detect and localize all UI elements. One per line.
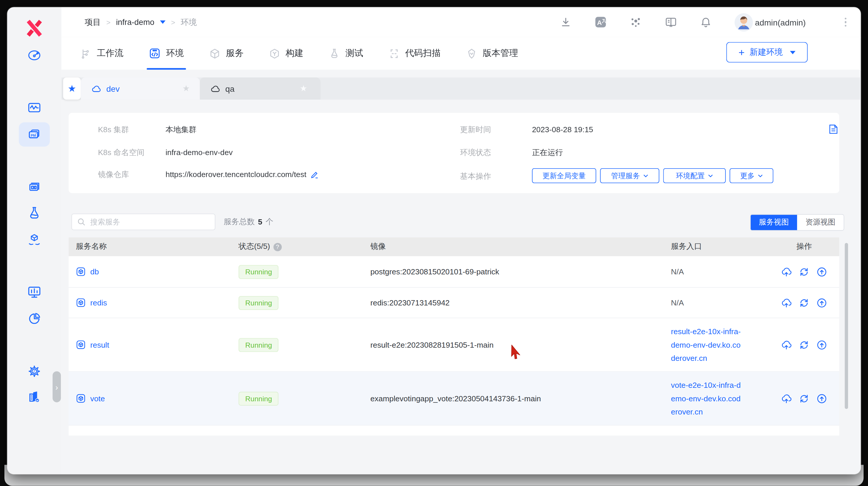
search-input[interactable] [89,217,202,227]
service-box-icon [76,340,86,350]
image-text: redis:20230713145942 [370,298,671,307]
service-entry-link[interactable]: vote-e2e-10x-infra-d emo-env-dev.ko.cod … [671,379,769,418]
delivery-windows-icon[interactable] [27,180,42,194]
environment-info-card: K8s 集群 本地集群 K8s 命名空间 infra-demo-env-dev … [69,113,839,193]
restart-sync-icon[interactable] [799,266,809,277]
data-dashboard-icon[interactable] [27,285,42,299]
deploy-cloud-upload-icon[interactable] [781,393,792,403]
star-icon[interactable]: ★ [300,84,307,94]
field-value: infra-demo-env-dev [165,148,232,157]
deploy-cloud-upload-icon[interactable] [781,266,792,277]
service-view-button[interactable]: 服务视图 [751,215,797,230]
chevron-down-icon [708,174,713,177]
upgrade-circle-up-icon[interactable] [816,393,827,403]
new-environment-button[interactable]: + 新建环境 [726,42,808,62]
star-icon[interactable]: ★ [182,84,190,94]
workflow-icon [80,48,92,59]
service-name-link[interactable]: result [90,340,110,349]
project-dropdown-caret-icon[interactable] [160,21,165,24]
service-entry-link[interactable]: result-e2e-10x-infra- demo-env-dev.ko.co… [671,325,769,365]
service-name-link[interactable]: redis [90,298,107,307]
resource-view-button[interactable]: 资源视图 [797,215,844,230]
favorite-env-button[interactable]: ★ [63,77,81,100]
manage-services-button[interactable]: 管理服务 [600,168,659,183]
upgrade-circle-up-icon[interactable] [816,339,827,350]
service-box-icon [76,267,86,277]
restart-sync-icon[interactable] [799,297,809,308]
field-value: 正在运行 [532,148,563,158]
enterprise-building-icon[interactable] [27,390,42,404]
service-name-link[interactable]: vote [90,394,105,403]
environment-content: ★ dev ★ qa ★ K8s 集群 本地集群 K8s 命名空间 [62,70,861,474]
share-nodes-icon[interactable] [630,17,642,28]
image-text: examplevotingapp_vote:20230504143736-1-m… [370,394,671,403]
service-box-icon [76,393,86,403]
insight-pie-icon[interactable] [27,312,42,326]
table-scrollbar[interactable] [845,243,848,409]
tab-service[interactable]: 服务 [209,37,244,69]
service-count: 5 [258,218,262,226]
services-table: 服务名称 状态(5/5) ? 镜像 服务入口 操作 db [69,237,839,435]
more-actions-button[interactable]: 更多 [730,168,773,183]
breadcrumb-root[interactable]: 项目 [85,17,101,28]
table-bottom-padding [69,426,839,435]
tab-environment[interactable]: 环境 [149,37,184,69]
breadcrumb-separator-icon: > [106,18,110,26]
topbar-actions: A [560,7,846,37]
translate-icon[interactable]: A [594,16,607,28]
deploy-cloud-upload-icon[interactable] [781,339,792,350]
docs-icon[interactable] [665,17,677,28]
notification-bell-icon[interactable] [700,17,711,28]
service-entry: N/A [671,298,769,307]
service-name-link[interactable]: db [90,267,99,276]
test-icon [329,48,340,59]
tab-code-scan[interactable]: 代码扫描 [389,37,440,69]
user-avatar[interactable] [735,13,753,31]
deploy-cloud-upload-icon[interactable] [781,297,792,308]
chevron-down-icon [643,174,648,177]
env-doc-icon[interactable] [829,124,838,134]
edit-pencil-icon[interactable] [311,170,319,178]
update-global-vars-button[interactable]: 更新全局变量 [532,168,596,183]
status-help-icon[interactable]: ? [273,243,281,251]
table-row: redis Running redis:20230713145942 N/A [69,288,839,318]
tab-build[interactable]: 构建 [269,37,303,69]
monitor-wave-icon[interactable] [27,101,42,115]
service-entry: N/A [671,267,769,276]
zadig-logo-icon[interactable] [24,18,44,38]
service-total: 服务总数5个 [224,214,274,230]
status-badge: Running [239,392,279,406]
sidebar-collapse-handle[interactable]: › [53,371,61,402]
env-tab-qa[interactable]: qa ★ [200,77,320,100]
table-row: vote Running examplevotingapp_vote:20230… [69,372,839,426]
test-flask-icon[interactable] [27,206,42,220]
artifact-package-icon[interactable] [27,232,42,247]
tab-workflow[interactable]: 工作流 [80,37,123,69]
kebab-menu-icon[interactable] [844,18,846,27]
restart-sync-icon[interactable] [799,393,809,403]
star-icon: ★ [68,83,76,94]
restart-sync-icon[interactable] [799,339,809,350]
service-icon [209,48,220,59]
project-pm-icon[interactable]: PM [27,127,42,141]
tab-test[interactable]: 测试 [329,37,363,69]
cloud-icon [211,85,220,93]
tab-release[interactable]: 版本管理 [466,37,518,69]
table-row: db Running postgres:20230815020101-69-pa… [69,256,839,288]
settings-gear-icon[interactable]: Z [27,364,42,379]
env-tab-dev[interactable]: dev ★ [81,77,200,100]
cloud-icon [92,85,101,93]
service-search-box[interactable] [71,214,216,230]
screenshot-stage: PM Z [0,0,868,486]
breadcrumb-project[interactable]: infra-demo [116,18,155,26]
env-config-button[interactable]: 环境配置 [663,168,726,183]
status-badge: Running [239,265,279,279]
upgrade-circle-up-icon[interactable] [816,297,827,308]
field-value: https://koderover.tencentcloudcr.com/tes… [165,170,319,179]
chevron-down-icon [758,174,763,177]
dashboard-gauge-icon[interactable] [27,48,42,62]
download-icon[interactable] [560,17,571,28]
upgrade-circle-up-icon[interactable] [816,266,827,277]
field-label: 环境状态 [460,148,491,158]
username[interactable]: admin(admin) [755,17,806,27]
